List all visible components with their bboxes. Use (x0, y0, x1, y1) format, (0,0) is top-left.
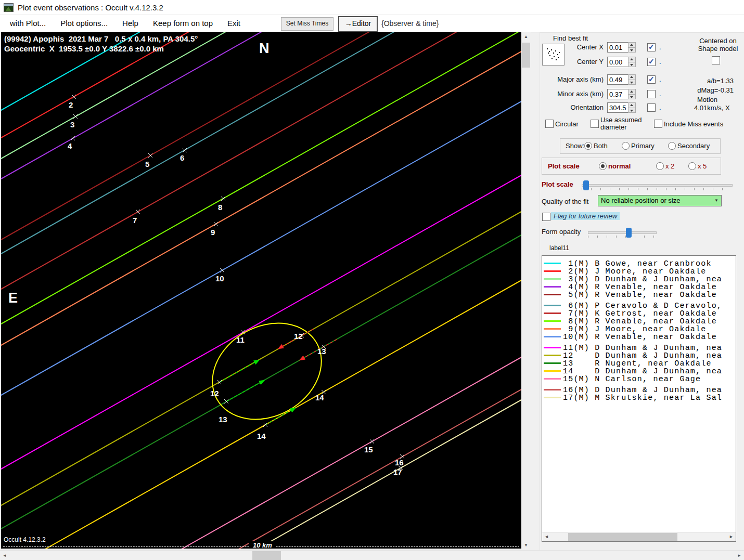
field-checkbox[interactable] (647, 75, 656, 84)
field-checkbox[interactable] (647, 43, 656, 51)
observation-row[interactable]: 1(M) B Gowe, near Cranbrook (542, 259, 736, 267)
chevron-down-icon[interactable]: ▼ (712, 196, 721, 206)
observation-row[interactable]: 15(M) N Carlson, near Gage (542, 375, 736, 383)
menu-item[interactable]: Exit (220, 15, 248, 32)
horizontal-scrollbar-thumb[interactable] (252, 551, 281, 560)
radio-primary[interactable] (622, 142, 630, 150)
plot-scale-slider-label: Plot scale (542, 180, 573, 188)
radio-x-5[interactable] (688, 162, 696, 170)
control-panel: Find best fit Center X.Center Y.Major ax… (540, 32, 744, 551)
observation-row[interactable]: 3(M) D Dunham & J Dunham, nea (542, 275, 736, 283)
observation-row[interactable]: 4(M) R Venable, near Oakdale (542, 283, 736, 291)
observation-row[interactable]: 8(M) R Venable, near Oakdale (542, 317, 736, 325)
listbox-scroll-right-icon[interactable]: ► (727, 532, 736, 541)
show-groupbox: Show: BothPrimarySecondary (560, 138, 721, 154)
field-dot: . (659, 58, 661, 66)
observation-row[interactable]: 11(M) D Dunham & J Dunham, nea (542, 344, 736, 351)
circular-checkbox[interactable] (545, 120, 554, 128)
field-input[interactable] (607, 42, 628, 53)
observation-row[interactable]: 14 D Dunham & J Dunham, nea (542, 367, 736, 375)
field-input[interactable] (607, 57, 628, 67)
include-miss-events-checkbox[interactable] (654, 120, 662, 128)
menu-item[interactable]: Keep form on top (146, 15, 220, 32)
form-opacity-slider-track[interactable] (588, 231, 657, 234)
spinner[interactable] (628, 74, 636, 85)
plot-scale-slider-track[interactable] (582, 184, 733, 187)
scroll-down-arrow-icon[interactable]: ▼ (521, 541, 531, 550)
plot-vertical-scrollbar[interactable]: ▲ ▼ (521, 32, 531, 550)
observation-row[interactable]: 10(M) R Venable, near Oakdale (542, 333, 736, 341)
chord-14 (1, 275, 521, 549)
field-label: Orientation (540, 103, 604, 111)
chord-color-swatch (544, 347, 561, 348)
radio-both[interactable] (584, 142, 592, 150)
field-input[interactable] (607, 74, 628, 85)
chord-number-label: 12 (294, 332, 303, 341)
label11: label11 (549, 244, 569, 252)
use-assumed-label: Use assumed (600, 116, 642, 124)
menu-item[interactable]: with Plot... (3, 15, 53, 32)
window-horizontal-scrollbar[interactable]: ◄ ► (0, 550, 744, 560)
chord-5 (1, 32, 521, 245)
scroll-right-arrow-icon[interactable]: ► (735, 551, 744, 560)
listbox-scroll-left-icon[interactable]: ◄ (542, 532, 551, 541)
observation-row[interactable]: 6(M) P Ceravolo & D Ceravolo, (542, 302, 736, 309)
shape-model-checkbox[interactable] (712, 56, 720, 64)
radio-normal[interactable] (599, 162, 607, 170)
field-checkbox[interactable] (647, 58, 656, 66)
field-input[interactable] (607, 102, 628, 113)
chord-16 (1, 384, 521, 549)
plot-scale-slider-ticks (582, 188, 732, 190)
spinner[interactable] (628, 89, 636, 99)
quality-of-fit-value: No reliable position or size (601, 197, 680, 204)
observation-row[interactable]: 12 D Dunham & J Dunham, nea (542, 351, 736, 359)
occultation-plot: 234567891011121312131414151617 (1, 32, 521, 549)
plot-area[interactable]: 234567891011121312131414151617 (99942) A… (1, 32, 521, 549)
use-assumed-diameter-checkbox[interactable] (591, 120, 599, 128)
radio-label: Primary (631, 142, 655, 150)
field-dot: . (659, 103, 661, 111)
chord-8 (1, 32, 521, 330)
observation-row[interactable]: 9(M) J Moore, near Oakdale (542, 325, 736, 333)
radio-x-2[interactable] (656, 162, 664, 170)
field-checkbox[interactable] (647, 103, 656, 112)
listbox-scrollbar-thumb[interactable] (568, 533, 677, 541)
chord-color-swatch (544, 305, 561, 306)
editor-button[interactable]: →Editor (338, 16, 378, 32)
motion-value: 4.01km/s, X (694, 104, 730, 112)
observation-row[interactable]: 16(M) D Dunham & J Dunham, nea (542, 386, 736, 394)
flag-for-review-checkbox[interactable] (542, 213, 550, 221)
observation-row[interactable]: 13 R Nugent, near Oakdale (542, 359, 736, 367)
chord-17 (1, 394, 521, 549)
window-title: Plot event observations : Occult v.4.12.… (18, 3, 163, 12)
chord-color-swatch (544, 263, 561, 264)
shape-model-label: Shape model (693, 45, 743, 53)
radio-label: x 5 (698, 162, 707, 170)
observation-row[interactable]: 17(M) M Skrutskie, near La Sal (542, 394, 736, 401)
menu-item[interactable]: Help (115, 15, 146, 32)
spinner[interactable] (628, 102, 636, 113)
spinner[interactable] (628, 57, 636, 67)
field-input[interactable] (607, 89, 628, 99)
observation-row[interactable]: 7(M) K Getrost, near Oakdale (542, 309, 736, 317)
set-miss-times-button[interactable]: Set Miss Times (281, 17, 333, 31)
observation-text: 5(M) R Venable, near Oakdale (563, 291, 717, 299)
vertical-scrollbar-thumb[interactable] (522, 43, 530, 68)
plot-version-label: Occult 4.12.3.2 (4, 536, 46, 543)
listbox-horizontal-scrollbar[interactable]: ◄ ► (542, 532, 736, 541)
observation-row[interactable]: 5(M) R Venable, near Oakdale (542, 291, 736, 298)
north-label: N (259, 41, 270, 57)
scroll-up-arrow-icon[interactable]: ▲ (521, 32, 531, 41)
quality-of-fit-label: Quality of the fit (542, 198, 588, 205)
spinner[interactable] (628, 42, 636, 53)
radio-secondary[interactable] (668, 142, 676, 150)
field-checkbox[interactable] (647, 90, 656, 98)
observation-row[interactable]: 2(M) J Moore, near Oakdale (542, 267, 736, 275)
plot-scale-group-label: Plot scale (548, 162, 580, 170)
scroll-left-arrow-icon[interactable]: ◄ (0, 551, 9, 560)
chord-number-label: 15 (364, 445, 373, 454)
chord-number-label: 9 (211, 228, 215, 237)
quality-of-fit-dropdown[interactable]: No reliable position or size ▼ (598, 195, 722, 206)
menu-item[interactable]: Plot options... (53, 15, 115, 32)
observations-listbox[interactable]: 1(M) B Gowe, near Cranbrook 2(M) J Moore… (542, 255, 736, 542)
